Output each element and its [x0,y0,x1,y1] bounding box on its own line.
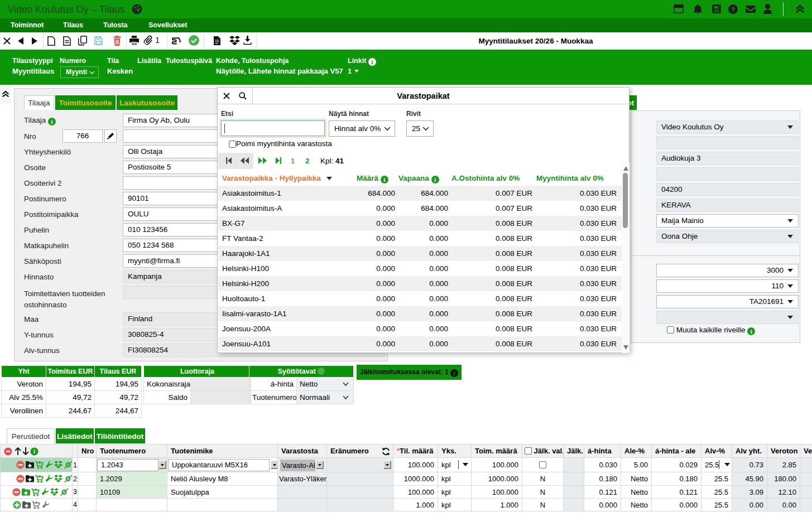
svg-text:?: ? [731,6,735,13]
svg-text:i: i [33,448,35,455]
